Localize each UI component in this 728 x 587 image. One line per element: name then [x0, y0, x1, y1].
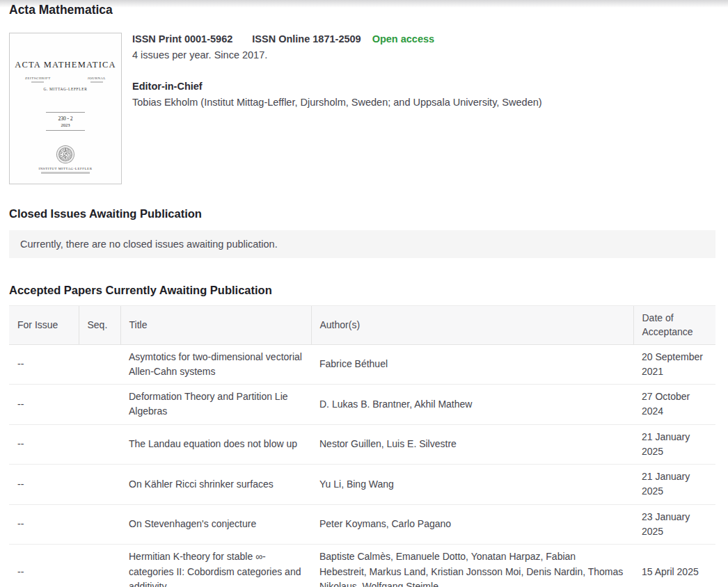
cell-date: 23 January 2025: [633, 504, 715, 545]
cell-date: 27 October 2024: [633, 385, 715, 425]
accepted-papers-table: For Issue Seq. Title Author(s) Date of A…: [9, 305, 715, 587]
column-header-seq: Seq.: [79, 306, 120, 345]
cell-for-issue: --: [9, 424, 79, 465]
cell-seq: [79, 344, 120, 385]
papers-table-body: -- Asymtotics for two-dimensional vector…: [9, 344, 715, 587]
editor-in-chief-heading: Editor-in-Chief: [132, 81, 542, 92]
cell-title: Deformation Theory and Partition Lie Alg…: [120, 385, 311, 425]
cell-seq: [79, 385, 120, 425]
journal-cover-image: ACTA MATHEMATICA ZEITSCHRIFT JOURNAL G. …: [9, 33, 122, 184]
table-row: -- Deformation Theory and Partition Lie …: [9, 385, 715, 425]
closed-issues-heading: Closed Issues Awaiting Publication: [9, 207, 728, 220]
cell-authors: Baptiste Calmès, Emanuele Dotto, Yonatan…: [311, 545, 633, 587]
cover-institute: INSTITUT MITTAG-LEFFLER: [10, 167, 121, 170]
table-row: -- The Landau equation does not blow up …: [9, 424, 715, 465]
cell-title: On Kähler Ricci shrinker surfaces: [120, 465, 311, 505]
cell-seq: [79, 504, 120, 545]
cell-seq: [79, 545, 120, 587]
cell-date: 20 September 2021: [633, 344, 715, 385]
cell-seq: [79, 424, 120, 465]
issue-frequency: 4 issues per year. Since 2017.: [132, 49, 542, 61]
cell-date: 15 April 2025: [633, 545, 715, 587]
cell-title: Asymtotics for two-dimensional vectorial…: [120, 344, 311, 385]
issn-line: ISSN Print 0001-5962 ISSN Online 1871-25…: [132, 33, 542, 45]
cell-for-issue: --: [9, 344, 79, 385]
cell-for-issue: --: [9, 385, 79, 425]
table-row: -- On Kähler Ricci shrinker surfaces Yu …: [9, 465, 715, 505]
editor-in-chief-name: Tobias Ekholm (Institut Mittag-Leffler, …: [132, 97, 542, 108]
open-access-link[interactable]: Open access: [372, 33, 434, 45]
column-header-authors: Author(s): [311, 306, 633, 345]
table-header-row: For Issue Seq. Title Author(s) Date of A…: [9, 306, 715, 345]
column-header-for-issue: For Issue: [9, 306, 79, 345]
accepted-papers-heading: Accepted Papers Currently Awaiting Publi…: [9, 284, 728, 297]
no-closed-issues-notice: Currently, there are no closed issues aw…: [9, 230, 715, 258]
cell-for-issue: --: [9, 504, 79, 545]
table-row: -- Hermitian K-theory for stable ∞-categ…: [9, 545, 715, 587]
cell-for-issue: --: [9, 545, 79, 587]
cell-authors: Fabrice Béthuel: [311, 344, 633, 385]
issn-online: ISSN Online 1871-2509: [252, 33, 361, 45]
issn-print: ISSN Print 0001-5962: [132, 33, 232, 45]
cell-title: On Stevenhagen's conjecture: [120, 504, 311, 545]
cover-label-zeitschrift: ZEITSCHRIFT: [25, 77, 51, 83]
cell-for-issue: --: [9, 465, 79, 505]
cell-date: 21 January 2025: [633, 465, 715, 505]
column-header-date: Date of Acceptance: [633, 306, 715, 345]
cell-title: Hermitian K-theory for stable ∞-categori…: [120, 545, 311, 587]
cover-institute-subline: [41, 172, 90, 174]
cell-title: The Landau equation does not blow up: [120, 424, 311, 465]
cover-rule: [46, 130, 85, 131]
journal-seal-icon: [57, 146, 74, 163]
papers-table-wrap: For Issue Seq. Title Author(s) Date of A…: [9, 305, 715, 587]
cell-date: 21 January 2025: [633, 424, 715, 465]
table-row: -- On Stevenhagen's conjecture Peter Koy…: [9, 504, 715, 545]
cover-editor: G. MITTAG-LEFFLER: [10, 87, 121, 91]
cover-volume: 230 - 2: [10, 115, 121, 122]
page-title: Acta Mathematica: [9, 3, 728, 17]
journal-header: ACTA MATHEMATICA ZEITSCHRIFT JOURNAL G. …: [9, 33, 715, 184]
cover-labels: ZEITSCHRIFT JOURNAL: [10, 77, 121, 83]
cell-seq: [79, 465, 120, 505]
cell-authors: D. Lukas B. Brantner, Akhil Mathew: [311, 385, 633, 425]
journal-meta: ISSN Print 0001-5962 ISSN Online 1871-25…: [132, 33, 542, 184]
cell-authors: Nestor Guillen, Luis E. Silvestre: [311, 424, 633, 465]
cover-label-journal: JOURNAL: [88, 77, 106, 83]
cover-title: ACTA MATHEMATICA: [10, 60, 121, 70]
cell-authors: Peter Koymans, Carlo Pagano: [311, 504, 633, 545]
cover-year: 2023: [10, 122, 121, 127]
table-row: -- Asymtotics for two-dimensional vector…: [9, 344, 715, 385]
cover-rule: [46, 112, 85, 113]
cell-authors: Yu Li, Bing Wang: [311, 465, 633, 505]
column-header-title: Title: [120, 306, 311, 345]
